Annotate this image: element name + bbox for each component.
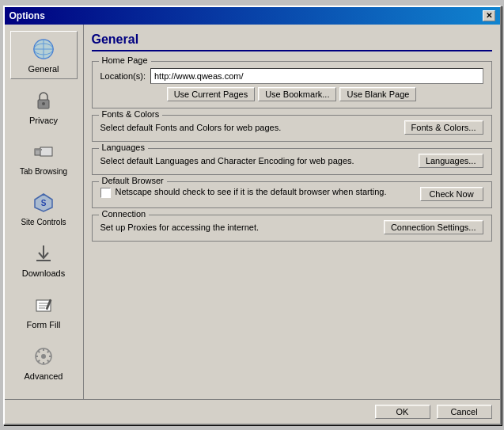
cancel-button[interactable]: Cancel — [437, 405, 492, 419]
svg-text:S: S — [41, 199, 47, 207]
tab-browsing-icon — [31, 139, 56, 165]
languages-button[interactable]: Languages... — [419, 154, 483, 168]
checkbox-row: Netscape should check to see if it is th… — [100, 187, 414, 198]
content-area: General Home Page Location(s): Use Curre… — [84, 25, 500, 399]
sidebar-item-tab-browsing[interactable]: Tab Browsing — [10, 134, 78, 181]
fonts-description: Select default Fonts and Colors for web … — [100, 123, 282, 132]
default-browser-row: Netscape should check to see if it is th… — [100, 187, 483, 201]
close-button[interactable]: ✕ — [483, 10, 495, 21]
home-page-section: Home Page Location(s): Use Current Pages… — [92, 61, 492, 108]
sidebar-tab-browsing-label: Tab Browsing — [20, 167, 67, 176]
form-fill-icon — [31, 292, 56, 318]
svg-line-25 — [47, 351, 49, 352]
connection-row: Set up Proxies for accessing the interne… — [100, 220, 483, 234]
home-page-buttons: Use Current Pages Use Bookmark... Use Bl… — [100, 87, 483, 101]
general-icon — [31, 36, 56, 62]
sidebar-item-advanced[interactable]: Advanced — [10, 338, 78, 386]
default-browser-text: Netscape should check to see if it is th… — [116, 187, 387, 196]
check-now-button[interactable]: Check Now — [420, 187, 483, 201]
fonts-section: Fonts & Colors Select default Fonts and … — [92, 115, 492, 142]
svg-rect-9 — [35, 149, 42, 150]
svg-line-24 — [47, 360, 49, 361]
svg-rect-8 — [40, 147, 52, 156]
sidebar-item-site-controls[interactable]: S Site Controls — [10, 185, 78, 232]
sidebar-site-controls-label: Site Controls — [21, 218, 66, 226]
default-browser-section: Default Browser Netscape should check to… — [92, 181, 492, 208]
window-title: Options — [9, 10, 45, 21]
sidebar-item-privacy[interactable]: Privacy — [10, 82, 78, 131]
dialog-footer: OK Cancel — [5, 399, 500, 424]
sidebar-item-form-fill[interactable]: Form Fill — [10, 287, 78, 335]
location-input[interactable] — [150, 68, 483, 84]
languages-description: Select default Languages and Character E… — [100, 156, 354, 166]
svg-point-18 — [41, 354, 46, 359]
connection-section: Connection Set up Proxies for accessing … — [92, 215, 492, 242]
lang-row: Select default Languages and Character E… — [100, 154, 483, 168]
connection-description: Set up Proxies for accessing the interne… — [100, 223, 260, 232]
downloads-icon — [31, 241, 56, 266]
use-bookmark-button[interactable]: Use Bookmark... — [258, 87, 336, 101]
languages-legend: Languages — [99, 143, 148, 152]
sidebar-downloads-label: Downloads — [22, 268, 65, 278]
page-title: General — [92, 32, 492, 51]
advanced-icon — [31, 344, 56, 369]
dialog-body: General Privacy — [5, 25, 500, 399]
use-current-pages-button[interactable]: Use Current Pages — [167, 87, 256, 101]
sidebar: General Privacy — [5, 25, 84, 399]
title-bar: Options ✕ — [5, 7, 500, 25]
use-blank-page-button[interactable]: Use Blank Page — [339, 87, 416, 101]
connection-legend: Connection — [99, 209, 150, 219]
location-label: Location(s): — [100, 71, 146, 81]
sidebar-advanced-label: Advanced — [25, 371, 63, 381]
svg-point-4 — [34, 40, 53, 59]
home-page-legend: Home Page — [99, 55, 151, 65]
ok-button[interactable]: OK — [375, 405, 430, 419]
site-controls-icon: S — [31, 190, 56, 215]
options-window: Options ✕ General — [3, 6, 502, 425]
svg-line-26 — [38, 360, 40, 361]
privacy-icon — [31, 88, 56, 113]
sidebar-item-downloads[interactable]: Downloads — [10, 235, 78, 283]
sidebar-general-label: General — [28, 64, 59, 74]
default-browser-legend: Default Browser — [99, 176, 167, 185]
sidebar-item-general[interactable]: General — [10, 31, 78, 79]
languages-section: Languages Select default Languages and C… — [92, 148, 492, 175]
location-row: Location(s): — [100, 68, 483, 84]
fonts-colors-button[interactable]: Fonts & Colors... — [404, 120, 483, 135]
default-browser-checkbox[interactable] — [100, 188, 111, 198]
svg-point-6 — [42, 102, 45, 105]
connection-settings-button[interactable]: Connection Settings... — [384, 220, 483, 234]
sidebar-form-fill-label: Form Fill — [27, 320, 61, 329]
sidebar-privacy-label: Privacy — [29, 116, 58, 125]
fonts-row: Select default Fonts and Colors for web … — [100, 120, 483, 135]
svg-line-23 — [38, 351, 40, 352]
fonts-legend: Fonts & Colors — [99, 109, 163, 119]
